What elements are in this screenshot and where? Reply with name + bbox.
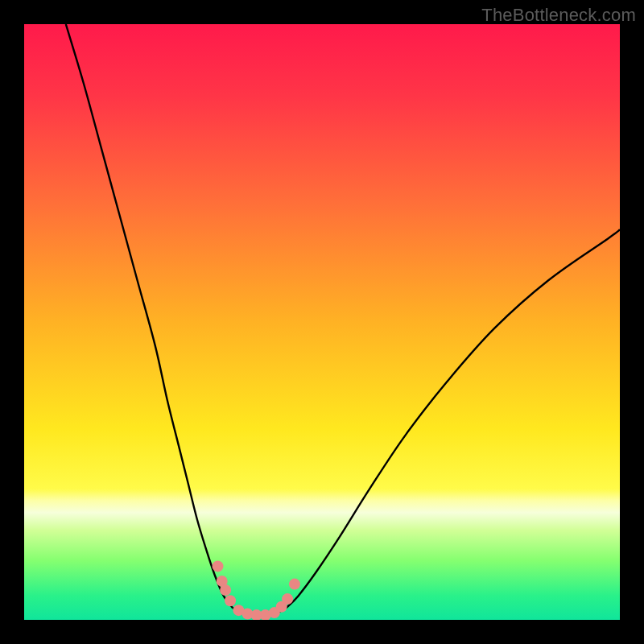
chart-frame: TheBottleneck.com xyxy=(0,0,644,644)
watermark-text: TheBottleneck.com xyxy=(481,5,636,26)
svg-rect-0 xyxy=(24,24,620,620)
background-gradient xyxy=(24,24,620,620)
plot-area xyxy=(24,24,620,620)
